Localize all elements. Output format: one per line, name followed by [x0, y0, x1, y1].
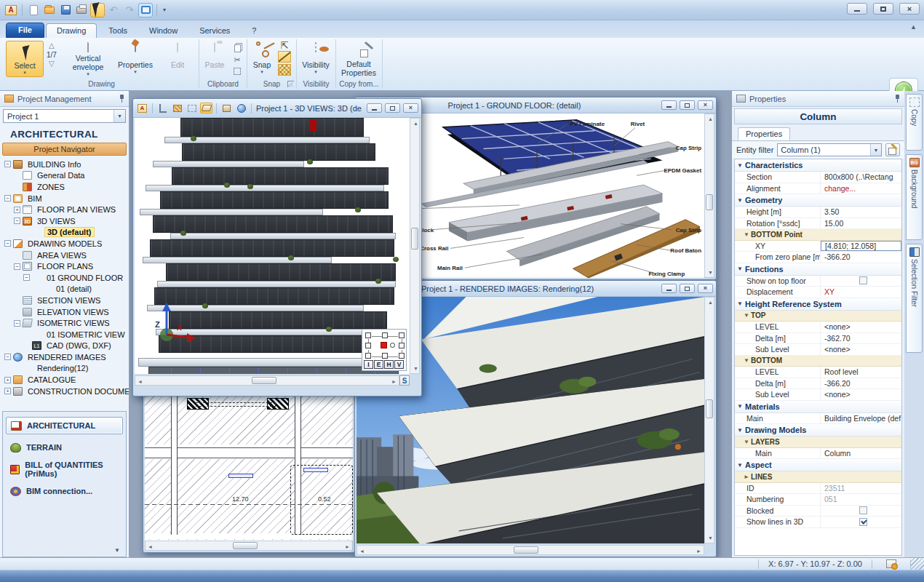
view-direction-button[interactable] [399, 353, 405, 359]
pin-icon[interactable] [119, 95, 124, 103]
tree-item-3d-default-[interactable]: −3D (default) [3, 227, 129, 239]
collapse-icon[interactable]: ▼ [742, 357, 751, 364]
property-value[interactable]: <none> [821, 389, 901, 400]
view3d-close-button[interactable]: × [403, 103, 418, 113]
tree-item-isometric-views[interactable]: −ISOMETRIC VIEWS [3, 317, 129, 329]
undo-icon[interactable]: ↶ [106, 3, 121, 17]
detail-close-button[interactable]: × [698, 100, 713, 110]
tree-expander-icon[interactable]: − [14, 263, 20, 270]
tree-item-section-views[interactable]: −SECTION VIEWS [3, 295, 129, 306]
view-direction-button[interactable] [365, 353, 371, 359]
tab-properties[interactable]: Properties [738, 127, 790, 140]
property-value[interactable]: [4.810; 12.058] [821, 241, 901, 252]
tree-item-rendered-images[interactable]: −RENDERED IMAGES [3, 351, 129, 363]
view-direction-button[interactable] [399, 332, 405, 338]
property-group-materials[interactable]: ▼Materials [735, 401, 901, 413]
property-value[interactable]: 800x800 (..\Rectang [821, 172, 901, 183]
property-value[interactable]: <none> [821, 344, 901, 355]
default-properties-button[interactable]: Default Properties [338, 41, 380, 77]
property-group-drawing-models[interactable]: ▼Drawing Models [735, 424, 901, 436]
property-subgroup-layers[interactable]: ▼LAYERS [735, 436, 901, 448]
render-hscrollbar[interactable]: ◄► [357, 545, 704, 555]
property-value[interactable]: 23511 [821, 483, 901, 494]
selection-icon[interactable] [186, 103, 198, 113]
minimize-button[interactable] [847, 3, 867, 15]
property-value[interactable]: Roof level [821, 367, 901, 378]
floorplan-canvas[interactable]: 12.70 0.52 [145, 380, 353, 541]
project-navigator-bar[interactable]: Project Navigator [2, 143, 127, 156]
snap-dialog-launcher-icon[interactable]: ◿ [287, 81, 294, 87]
tree-item-floor-plans[interactable]: −FLOOR PLANS [3, 260, 129, 272]
view-mode-button-h[interactable]: H [384, 360, 394, 369]
property-group-height-reference-system[interactable]: ▼Height Reference System [735, 298, 901, 311]
redo-icon[interactable]: ↷ [122, 3, 137, 17]
collapse-icon[interactable]: ▼ [735, 462, 745, 469]
levels-icon[interactable] [156, 103, 169, 113]
ribbon-tab-services[interactable]: Services [189, 24, 240, 38]
tree-item-floor-plan-views[interactable]: +FLOOR PLAN VIEWS [3, 204, 129, 215]
collapse-icon[interactable]: ▼ [735, 266, 745, 272]
edit-filter-icon[interactable] [885, 143, 900, 156]
collapse-icon[interactable]: ▼ [742, 439, 751, 445]
property-value[interactable] [821, 506, 901, 517]
collapse-icon[interactable]: ▼ [735, 427, 745, 434]
solid-box-icon[interactable] [220, 103, 233, 113]
view3d-s-button[interactable]: S [399, 375, 410, 386]
chevron-down-icon[interactable]: ▼ [113, 110, 125, 122]
render-maximize-button[interactable] [680, 284, 695, 293]
tree-item-catalogue[interactable]: +CATALOGUE [3, 374, 129, 386]
render-minimize-button[interactable] [661, 284, 677, 293]
tree-expander-icon[interactable]: − [14, 320, 20, 327]
tree-item-01-ground-floor[interactable]: −01 GROUND FLOOR [3, 272, 129, 284]
property-group-aspect[interactable]: ▼Aspect [735, 459, 901, 471]
snap-grid-toggle[interactable] [278, 64, 291, 76]
nav-button-terrain[interactable]: TERRAIN [6, 439, 123, 456]
checkbox-checked[interactable] [859, 518, 867, 526]
floor-down-icon[interactable]: ▽ [49, 60, 55, 68]
tree-item-3d-views[interactable]: −3D3D VIEWS [3, 215, 129, 227]
collapse-icon[interactable]: ▼ [735, 403, 745, 410]
view3d-minimize-button[interactable] [367, 103, 382, 113]
view-mode-button-i[interactable]: I [364, 360, 373, 369]
tree-expander-icon[interactable]: − [4, 240, 11, 247]
collapse-icon[interactable]: ▼ [735, 197, 745, 204]
paste-special-icon[interactable] [231, 66, 243, 76]
collapse-icon[interactable]: ▼ [742, 231, 751, 238]
property-value[interactable]: -366.20 [821, 252, 901, 263]
tree-item-area-views[interactable]: −AREA VIEWS [3, 250, 129, 261]
ribbon-tab-window[interactable]: Window [139, 24, 188, 38]
open-folder-icon[interactable] [42, 3, 57, 17]
property-group-functions[interactable]: ▼Functions [735, 263, 901, 276]
project-selector[interactable]: Project 1 ▼ [3, 109, 126, 123]
property-group-characteristics[interactable]: ▼Characteristics [735, 159, 901, 172]
render-vscrollbar[interactable]: ▲▼ [704, 297, 714, 543]
select-button[interactable]: Select▾ [6, 41, 44, 77]
view-direction-button[interactable] [365, 343, 371, 348]
new-file-icon[interactable] [26, 3, 41, 17]
tree-item-drawing-models[interactable]: −DRAWING MODELS [3, 238, 129, 250]
tree-item-bim[interactable]: −BIM [3, 193, 129, 204]
copy-icon[interactable] [231, 43, 243, 53]
render-sphere-icon[interactable] [235, 103, 247, 113]
pin-icon[interactable] [895, 95, 900, 103]
envelope-tool-icon[interactable] [200, 103, 212, 113]
tree-expander-icon[interactable]: − [4, 195, 11, 202]
floor-pager[interactable]: △ 1/7 ▽ [47, 42, 57, 68]
tree-item-building-info[interactable]: −BUILDING Info [3, 159, 129, 170]
toolbar-options-icon[interactable]: ▾ [163, 7, 166, 13]
chevron-down-icon[interactable]: ▼ [870, 144, 881, 156]
property-value[interactable]: 15.00 [821, 218, 901, 229]
view-direction-button[interactable] [365, 332, 371, 338]
orbit-view-button[interactable] [390, 343, 395, 348]
collapse-icon[interactable]: ▼ [742, 312, 751, 319]
tree-item-01-isometric-view[interactable]: −01 ISOMETRIC VIEW [3, 329, 129, 340]
view-navigation-widget[interactable]: IEHV [362, 329, 407, 371]
tree-item-construction-documents-s[interactable]: +CONSTRUCTION DOCUMENTS S [3, 386, 129, 397]
property-value[interactable]: change... [821, 183, 901, 194]
paste-button[interactable]: Paste [201, 41, 228, 77]
snap-angle-icon[interactable]: ⇱ [281, 41, 289, 50]
view3d-titlebar[interactable]: A Project 1 - 3D VIEWS: 3D (de... × [133, 99, 421, 118]
side-tab-background[interactable]: BGBackground [906, 154, 923, 240]
tree-expander-icon[interactable]: − [23, 274, 30, 281]
collapse-icon[interactable]: ▼ [735, 300, 745, 307]
